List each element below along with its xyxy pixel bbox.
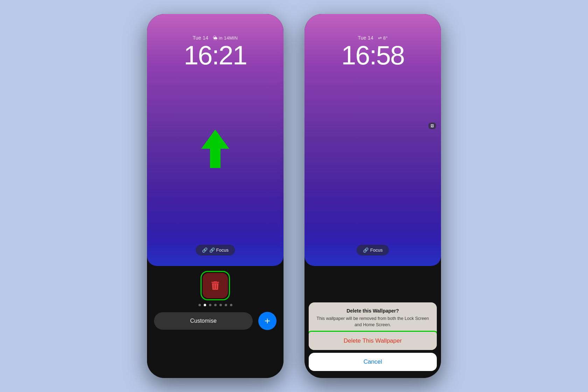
focus-button-right[interactable]: 🔗 Focus [357,245,389,255]
green-arrow [201,130,229,169]
delete-wallpaper-button[interactable]: Delete This Wallpaper [309,332,437,350]
weather-icon-left: 🌦 in 14MIN [213,35,238,41]
right-phone: Tue 14 ⇌ 8° 16:58 🖼 🔗 Focus Delete this … [304,14,441,378]
focus-link-icon-right: 🔗 [363,247,369,253]
dot-5 [219,304,222,306]
focus-label-right: Focus [370,247,383,253]
dialog-body: This wallpaper will be removed from both… [316,316,430,328]
focus-label-left: 🔗 Focus [209,247,229,253]
bottom-controls-left: Customise + [147,266,284,378]
dialog-card: Delete this Wallpaper? This wallpaper wi… [309,302,437,350]
lock-info-right: Tue 14 ⇌ 8° 16:58 [304,35,441,69]
lock-time-right: 16:58 [304,42,441,69]
pin-icon: 🖼 [428,122,436,129]
delete-button-wrapper: Delete This Wallpaper [309,332,437,350]
cancel-button[interactable]: Cancel [309,353,437,371]
lock-date-left: Tue 14 🌦 in 14MIN [147,35,284,41]
customise-button[interactable]: Customise [154,312,253,330]
trash-highlight-box [201,271,230,300]
add-button[interactable]: + [258,312,276,330]
wallpaper-dots [198,304,232,306]
focus-link-icon-left: 🔗 [202,247,208,253]
svg-marker-0 [201,130,229,168]
lock-time-left: 16:21 [147,42,284,69]
dot-6 [225,304,227,306]
dialog-title-area: Delete this Wallpaper? This wallpaper wi… [309,302,437,331]
dot-7 [230,304,232,306]
weather-icon-right: ⇌ 8° [378,35,388,41]
dot-2-active [204,304,206,306]
left-phone: Tue 14 🌦 in 14MIN 16:21 🔗 🔗 Focus [147,14,284,378]
left-lock-screen: Tue 14 🌦 in 14MIN 16:21 🔗 🔗 Focus [147,14,284,266]
dot-4 [214,304,217,306]
lock-date-right: Tue 14 ⇌ 8° [304,35,441,41]
trash-button-container [203,273,228,298]
focus-button-left[interactable]: 🔗 🔗 Focus [196,245,235,255]
bottom-buttons-left: Customise + [147,312,284,330]
cancel-button-wrapper: Cancel [309,353,437,371]
dot-1 [198,304,201,306]
dot-3 [209,304,211,306]
delete-dialog: Delete this Wallpaper? This wallpaper wi… [304,302,441,378]
right-lock-screen: Tue 14 ⇌ 8° 16:58 🖼 🔗 Focus [304,14,441,266]
dialog-title: Delete this Wallpaper? [316,308,430,314]
lock-info-left: Tue 14 🌦 in 14MIN 16:21 [147,35,284,69]
